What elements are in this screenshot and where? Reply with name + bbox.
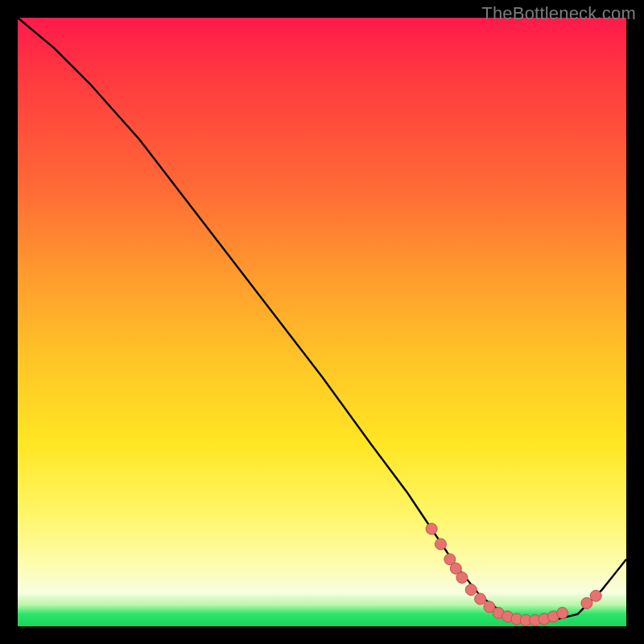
curve-marker [590,590,601,601]
watermark-text: TheBottleneck.com [481,3,636,24]
curve-marker [435,539,446,550]
chart-svg [18,18,626,626]
curve-marker [475,593,486,605]
chart-frame: TheBottleneck.com [0,0,644,644]
curve-marker [426,523,437,535]
marker-layer [426,523,601,625]
chart-plot-area [18,18,626,626]
curve-marker [557,607,568,618]
curve-marker [581,597,592,609]
curve-line [18,18,626,620]
curve-marker [465,584,477,596]
curve-marker [456,572,468,584]
